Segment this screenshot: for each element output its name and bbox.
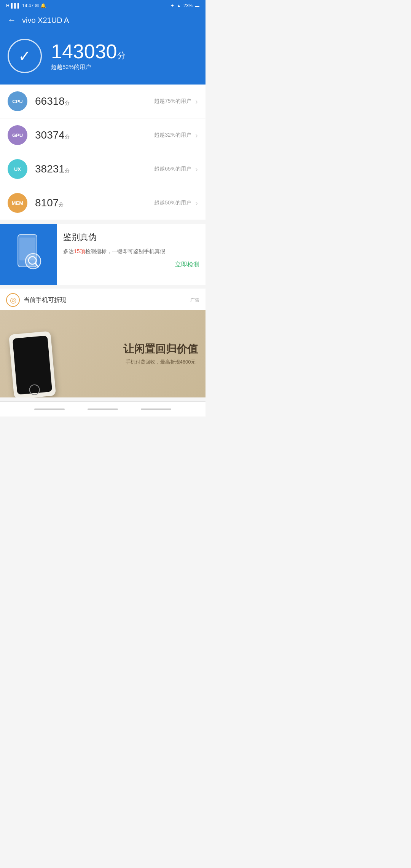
ad-text: 当前手机可折现 <box>24 296 66 304</box>
carrier-icon: H <box>6 3 10 8</box>
main-score: 143030分 <box>51 41 126 61</box>
ux-chevron-icon: › <box>195 165 198 174</box>
bottom-nav <box>0 401 206 416</box>
cpu-score: 66318 <box>35 95 65 107</box>
mem-percent: 超越50%的用户 <box>154 199 191 206</box>
nav-bar-right[interactable] <box>141 408 171 410</box>
volume-icon: 🔔 <box>40 3 46 8</box>
score-section: ✓ 143030分 超越52%的用户 <box>0 31 206 85</box>
ad-banner[interactable]: 让闲置回归价值 手机付费回收，最高折现4600元 <box>0 310 206 397</box>
ux-score: 38231 <box>35 163 65 175</box>
nav-bar-left[interactable] <box>34 408 65 410</box>
ad-content: 让闲置回归价值 手机付费回收，最高折现4600元 <box>123 342 198 365</box>
verify-button[interactable]: 立即检测 <box>175 261 199 268</box>
phone-search-illustration <box>10 231 48 276</box>
status-left: H ▌▌▌ 14:47 ✉ 🔔 <box>6 3 46 8</box>
bluetooth-icon: ✦ <box>170 3 174 8</box>
status-right: ✦ ▲ 23% ▬ <box>170 3 199 8</box>
gpu-chevron-icon: › <box>195 131 198 140</box>
score-info: 143030分 超越52%的用户 <box>51 41 126 71</box>
category-ux[interactable]: UX 38231分 超越65%的用户 › <box>0 152 206 186</box>
time: 14:47 <box>22 3 33 8</box>
ad-sub-text: 手机付费回收，最高折现4600元 <box>123 359 198 365</box>
page-title: vivo X21UD A <box>22 16 69 25</box>
header: ← vivo X21UD A <box>0 11 206 31</box>
cpu-chevron-icon: › <box>195 97 198 106</box>
cpu-score-container: 66318分 <box>35 95 148 107</box>
category-gpu[interactable]: GPU 30374分 超越32%的用户 › <box>0 118 206 152</box>
ad-logo-icon: ◎ <box>6 293 20 307</box>
ad-main-text: 让闲置回归价值 <box>123 342 198 356</box>
ad-header: ◎ 当前手机可折现 广告 <box>0 289 206 310</box>
verify-desc: 多达15项检测指标，一键即可鉴别手机真假 <box>63 247 199 255</box>
ux-icon: UX <box>8 159 27 179</box>
gpu-percent: 超越32%的用户 <box>154 132 191 139</box>
ad-phone-outer <box>9 331 56 397</box>
verify-action: 立即检测 <box>63 261 199 269</box>
mem-chevron-icon: › <box>195 199 198 207</box>
score-subtitle: 超越52%的用户 <box>51 64 126 71</box>
verify-right: 鉴别真伪 多达15项检测指标，一键即可鉴别手机真假 立即检测 <box>57 224 206 285</box>
gpu-score: 30374 <box>35 129 65 141</box>
categories-list: CPU 66318分 超越75%的用户 › GPU 30374分 超越32%的用… <box>0 85 206 220</box>
nav-bar-center[interactable] <box>88 408 118 410</box>
mail-icon: ✉ <box>35 3 39 8</box>
mem-score-container: 8107分 <box>35 197 148 209</box>
status-bar: H ▌▌▌ 14:47 ✉ 🔔 ✦ ▲ 23% ▬ <box>0 0 206 11</box>
battery-percent: 23% <box>183 3 193 8</box>
ad-section[interactable]: ◎ 当前手机可折现 广告 让闲置回归价值 手机付费回收，最高折现4600元 <box>0 289 206 397</box>
verify-left <box>0 224 57 285</box>
ad-label: 广告 <box>190 297 199 303</box>
mem-score: 8107 <box>35 197 59 209</box>
gpu-icon: GPU <box>8 125 27 145</box>
back-button[interactable]: ← <box>8 15 16 25</box>
battery-icon: ▬ <box>195 3 199 8</box>
mem-icon: MEM <box>8 193 27 213</box>
cpu-icon: CPU <box>8 91 27 111</box>
verify-highlight: 15项 <box>74 248 85 254</box>
checkmark-icon: ✓ <box>18 47 31 65</box>
verify-banner[interactable]: 鉴别真伪 多达15项检测指标，一键即可鉴别手机真假 立即检测 <box>0 224 206 285</box>
cpu-percent: 超越75%的用户 <box>154 98 191 105</box>
verify-title: 鉴别真伪 <box>63 231 199 243</box>
category-mem[interactable]: MEM 8107分 超越50%的用户 › <box>0 186 206 220</box>
ux-percent: 超越65%的用户 <box>154 166 191 172</box>
ad-logo-row: ◎ 当前手机可折现 <box>6 293 66 307</box>
check-circle: ✓ <box>8 39 42 73</box>
wifi-icon: ▲ <box>177 3 181 8</box>
category-cpu[interactable]: CPU 66318分 超越75%的用户 › <box>0 85 206 118</box>
gpu-score-container: 30374分 <box>35 129 148 141</box>
signal-bars: ▌▌▌ <box>11 3 21 8</box>
ux-score-container: 38231分 <box>35 163 148 175</box>
